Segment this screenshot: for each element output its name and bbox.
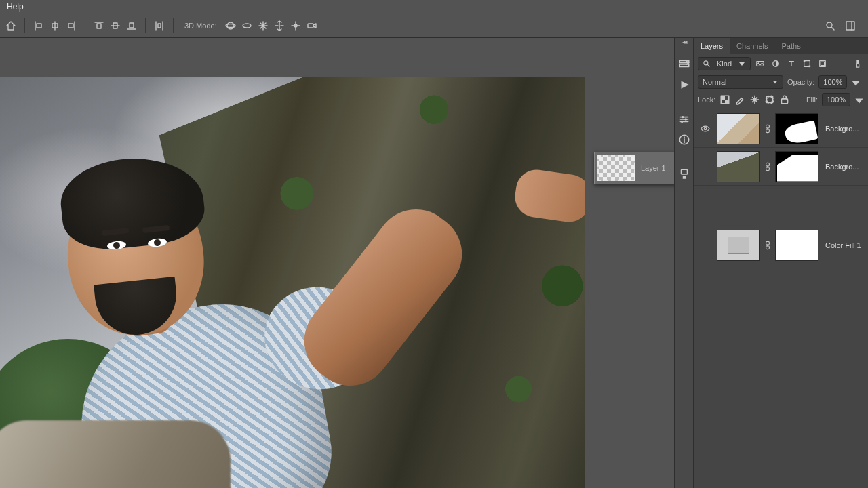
lock-row: Lock: Fill: 100% bbox=[694, 91, 868, 108]
drag-layer-name: Layer 1 bbox=[641, 164, 666, 172]
drop-gap bbox=[694, 186, 868, 226]
layer-filter-row: Kind bbox=[694, 54, 868, 73]
document-canvas[interactable] bbox=[0, 77, 585, 488]
slide-icon[interactable] bbox=[273, 19, 286, 33]
align-top-icon[interactable] bbox=[92, 19, 106, 33]
fill-scrubby-icon[interactable] bbox=[854, 93, 864, 106]
svg-rect-4 bbox=[308, 24, 313, 28]
separator bbox=[173, 18, 174, 33]
panel-tabs: Layers Channels Paths bbox=[694, 38, 868, 54]
menu-bar: Help bbox=[0, 0, 868, 14]
blend-mode-select[interactable]: Normal bbox=[698, 75, 783, 89]
mask-link-icon[interactable] bbox=[763, 241, 772, 250]
align-right-icon[interactable] bbox=[64, 19, 78, 33]
blend-mode-value: Normal bbox=[703, 78, 726, 86]
mask-thumbnail[interactable] bbox=[775, 113, 818, 144]
camera-icon[interactable] bbox=[305, 19, 319, 33]
layer-name[interactable]: Backgro... bbox=[821, 163, 865, 171]
options-bar: 3D Mode: bbox=[0, 14, 868, 38]
work-area bbox=[0, 38, 693, 488]
align-middle-v-icon[interactable] bbox=[108, 19, 122, 33]
svg-rect-14 bbox=[682, 176, 686, 179]
svg-rect-28 bbox=[782, 99, 788, 104]
fill-input[interactable]: 100% bbox=[822, 93, 850, 106]
svg-point-9 bbox=[682, 116, 684, 118]
svg-rect-23 bbox=[821, 62, 824, 65]
svg-rect-24 bbox=[856, 60, 859, 64]
align-bottom-icon[interactable] bbox=[125, 19, 138, 33]
lock-label: Lock: bbox=[698, 96, 715, 104]
lock-artboard-icon[interactable] bbox=[764, 94, 775, 105]
actions-panel-icon[interactable] bbox=[678, 79, 690, 91]
menu-help[interactable]: Help bbox=[7, 2, 24, 12]
lock-pixels-icon[interactable] bbox=[734, 94, 745, 105]
layers-panel: Layers Channels Paths Kind Normal Opacit… bbox=[693, 38, 868, 488]
drag-thumbnail bbox=[597, 155, 635, 181]
filter-shape-icon[interactable] bbox=[801, 58, 813, 70]
svg-rect-20 bbox=[804, 60, 806, 62]
orbit-icon[interactable] bbox=[224, 19, 237, 33]
svg-rect-25 bbox=[856, 64, 859, 67]
distribute-icon[interactable] bbox=[153, 19, 166, 33]
layer-row[interactable]: Color Fill 1 bbox=[694, 226, 868, 264]
filter-adjust-icon[interactable] bbox=[770, 58, 782, 70]
roll-icon[interactable] bbox=[240, 19, 254, 33]
filter-kind-label: Kind bbox=[717, 60, 732, 68]
separator bbox=[145, 18, 146, 33]
visibility-toggle[interactable] bbox=[696, 124, 714, 134]
mask-link-icon[interactable] bbox=[763, 124, 772, 134]
lock-all-icon[interactable] bbox=[779, 94, 790, 105]
collapsed-dock: ◂◂ bbox=[674, 38, 693, 488]
mode-label: 3D Mode: bbox=[180, 22, 221, 30]
svg-point-29 bbox=[704, 127, 707, 130]
layer-row[interactable]: Backgro... bbox=[694, 148, 868, 186]
opacity-input[interactable]: 100% bbox=[818, 75, 847, 89]
layer-row[interactable]: Backgro... bbox=[694, 110, 868, 148]
layers-list: Backgro... Backgro... Color Fill 1 bbox=[694, 108, 868, 264]
mask-link-icon[interactable] bbox=[763, 162, 772, 171]
filter-toggle-icon[interactable] bbox=[852, 58, 864, 70]
layer-thumbnail[interactable] bbox=[717, 151, 760, 182]
opacity-scrubby-icon[interactable] bbox=[851, 75, 861, 89]
filter-kind-select[interactable]: Kind bbox=[698, 57, 751, 70]
home-icon[interactable] bbox=[4, 19, 18, 33]
properties-panel-icon[interactable] bbox=[678, 113, 690, 125]
filter-type-icon[interactable] bbox=[785, 58, 797, 70]
layer-name[interactable]: Color Fill 1 bbox=[821, 241, 865, 249]
mask-thumbnail[interactable] bbox=[775, 230, 818, 261]
layer-thumbnail[interactable] bbox=[717, 230, 760, 261]
clone-source-panel-icon[interactable] bbox=[678, 168, 690, 180]
svg-point-2 bbox=[243, 24, 251, 28]
svg-rect-8 bbox=[679, 64, 689, 66]
align-left-icon[interactable] bbox=[32, 19, 45, 33]
history-panel-icon[interactable] bbox=[678, 58, 690, 70]
separator bbox=[24, 18, 25, 33]
lock-position-icon[interactable] bbox=[749, 94, 760, 105]
separator bbox=[85, 18, 85, 33]
align-center-h-icon[interactable] bbox=[48, 19, 62, 33]
info-panel-icon[interactable] bbox=[678, 134, 690, 146]
svg-rect-27 bbox=[767, 96, 773, 102]
svg-rect-13 bbox=[681, 169, 687, 174]
lock-transparency-icon[interactable] bbox=[719, 94, 730, 105]
tab-layers[interactable]: Layers bbox=[694, 38, 730, 54]
filter-smart-icon[interactable] bbox=[816, 58, 829, 70]
filter-pixel-icon[interactable] bbox=[754, 58, 766, 70]
workspace-icon[interactable] bbox=[844, 19, 857, 33]
tab-paths[interactable]: Paths bbox=[775, 38, 808, 54]
fill-label: Fill: bbox=[806, 96, 818, 104]
layer-name[interactable]: Backgro... bbox=[821, 125, 865, 133]
pan-icon[interactable] bbox=[256, 19, 270, 33]
layer-thumbnail[interactable] bbox=[717, 113, 760, 144]
canvas-rock bbox=[0, 420, 231, 488]
search-icon[interactable] bbox=[823, 19, 837, 33]
mask-thumbnail[interactable] bbox=[775, 151, 818, 182]
svg-rect-21 bbox=[809, 66, 811, 68]
tab-channels[interactable]: Channels bbox=[730, 38, 774, 54]
svg-point-11 bbox=[680, 121, 682, 123]
svg-point-10 bbox=[684, 118, 686, 120]
opacity-label: Opacity: bbox=[787, 78, 814, 86]
scale-icon[interactable] bbox=[289, 19, 302, 33]
blend-row: Normal Opacity: 100% bbox=[694, 73, 868, 91]
dock-collapse-handle[interactable]: ◂◂ bbox=[675, 38, 693, 46]
